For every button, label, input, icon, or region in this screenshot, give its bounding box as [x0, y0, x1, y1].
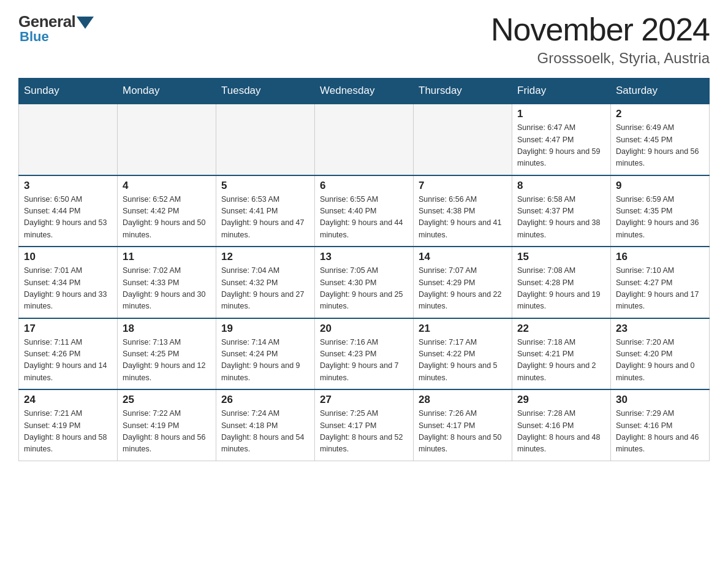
table-row: 16 Sunrise: 7:10 AMSunset: 4:27 PMDaylig… — [611, 247, 710, 318]
day-info: Sunrise: 7:18 AMSunset: 4:21 PMDaylight:… — [517, 338, 596, 382]
day-number: 24 — [24, 394, 112, 406]
logo: General Blue — [18, 12, 94, 45]
calendar-week-row: 1 Sunrise: 6:47 AMSunset: 4:47 PMDayligh… — [19, 104, 710, 175]
day-info: Sunrise: 7:01 AMSunset: 4:34 PMDaylight:… — [24, 266, 107, 310]
day-number: 25 — [123, 394, 211, 406]
calendar-week-row: 17 Sunrise: 7:11 AMSunset: 4:26 PMDaylig… — [19, 318, 710, 390]
day-info: Sunrise: 7:11 AMSunset: 4:26 PMDaylight:… — [24, 338, 107, 382]
day-number: 14 — [419, 251, 507, 263]
day-number: 18 — [123, 323, 211, 335]
day-info: Sunrise: 6:49 AMSunset: 4:45 PMDaylight:… — [616, 123, 699, 167]
table-row: 17 Sunrise: 7:11 AMSunset: 4:26 PMDaylig… — [19, 318, 118, 390]
day-info: Sunrise: 7:17 AMSunset: 4:22 PMDaylight:… — [419, 338, 498, 382]
day-number: 21 — [419, 323, 507, 335]
day-number: 12 — [221, 251, 309, 263]
table-row: 4 Sunrise: 6:52 AMSunset: 4:42 PMDayligh… — [118, 175, 216, 247]
calendar-week-row: 3 Sunrise: 6:50 AMSunset: 4:44 PMDayligh… — [19, 175, 710, 247]
day-info: Sunrise: 7:16 AMSunset: 4:23 PMDaylight:… — [320, 338, 399, 382]
header-tuesday: Tuesday — [216, 79, 315, 104]
table-row — [414, 104, 512, 175]
table-row — [216, 104, 315, 175]
page-title: November 2024 — [491, 12, 710, 47]
calendar-week-row: 24 Sunrise: 7:21 AMSunset: 4:19 PMDaylig… — [19, 389, 710, 461]
table-row: 18 Sunrise: 7:13 AMSunset: 4:25 PMDaylig… — [118, 318, 216, 390]
day-info: Sunrise: 6:47 AMSunset: 4:47 PMDaylight:… — [517, 123, 601, 167]
table-row: 27 Sunrise: 7:25 AMSunset: 4:17 PMDaylig… — [315, 389, 414, 461]
day-info: Sunrise: 7:10 AMSunset: 4:27 PMDaylight:… — [616, 266, 699, 310]
day-info: Sunrise: 7:25 AMSunset: 4:17 PMDaylight:… — [320, 409, 403, 453]
day-info: Sunrise: 7:02 AMSunset: 4:33 PMDaylight:… — [123, 266, 206, 310]
day-number: 3 — [24, 180, 112, 192]
day-number: 4 — [123, 180, 211, 192]
table-row — [118, 104, 216, 175]
day-info: Sunrise: 6:58 AMSunset: 4:37 PMDaylight:… — [517, 195, 601, 239]
table-row: 11 Sunrise: 7:02 AMSunset: 4:33 PMDaylig… — [118, 247, 216, 318]
table-row — [19, 104, 118, 175]
day-info: Sunrise: 6:50 AMSunset: 4:44 PMDaylight:… — [24, 195, 107, 239]
table-row: 28 Sunrise: 7:26 AMSunset: 4:17 PMDaylig… — [414, 389, 512, 461]
day-number: 11 — [123, 251, 211, 263]
table-row: 26 Sunrise: 7:24 AMSunset: 4:18 PMDaylig… — [216, 389, 315, 461]
logo-blue-text: Blue — [20, 29, 49, 45]
day-info: Sunrise: 7:22 AMSunset: 4:19 PMDaylight:… — [123, 409, 206, 453]
calendar-header-row: Sunday Monday Tuesday Wednesday Thursday… — [19, 79, 710, 104]
table-row: 23 Sunrise: 7:20 AMSunset: 4:20 PMDaylig… — [611, 318, 710, 390]
day-number: 10 — [24, 251, 112, 263]
day-info: Sunrise: 7:08 AMSunset: 4:28 PMDaylight:… — [517, 266, 601, 310]
table-row: 30 Sunrise: 7:29 AMSunset: 4:16 PMDaylig… — [611, 389, 710, 461]
header-saturday: Saturday — [611, 79, 710, 104]
table-row: 15 Sunrise: 7:08 AMSunset: 4:28 PMDaylig… — [512, 247, 611, 318]
day-number: 1 — [517, 108, 605, 120]
table-row: 19 Sunrise: 7:14 AMSunset: 4:24 PMDaylig… — [216, 318, 315, 390]
table-row: 13 Sunrise: 7:05 AMSunset: 4:30 PMDaylig… — [315, 247, 414, 318]
day-info: Sunrise: 7:07 AMSunset: 4:29 PMDaylight:… — [419, 266, 502, 310]
day-info: Sunrise: 6:59 AMSunset: 4:35 PMDaylight:… — [616, 195, 699, 239]
day-info: Sunrise: 7:05 AMSunset: 4:30 PMDaylight:… — [320, 266, 403, 310]
day-number: 16 — [616, 251, 704, 263]
day-number: 27 — [320, 394, 408, 406]
header-friday: Friday — [512, 79, 611, 104]
table-row: 21 Sunrise: 7:17 AMSunset: 4:22 PMDaylig… — [414, 318, 512, 390]
day-info: Sunrise: 6:52 AMSunset: 4:42 PMDaylight:… — [123, 195, 206, 239]
day-number: 15 — [517, 251, 605, 263]
calendar-week-row: 10 Sunrise: 7:01 AMSunset: 4:34 PMDaylig… — [19, 247, 710, 318]
day-number: 13 — [320, 251, 408, 263]
table-row: 8 Sunrise: 6:58 AMSunset: 4:37 PMDayligh… — [512, 175, 611, 247]
calendar: Sunday Monday Tuesday Wednesday Thursday… — [18, 78, 710, 461]
day-number: 23 — [616, 323, 704, 335]
day-info: Sunrise: 6:56 AMSunset: 4:38 PMDaylight:… — [419, 195, 502, 239]
day-info: Sunrise: 7:20 AMSunset: 4:20 PMDaylight:… — [616, 338, 695, 382]
header-sunday: Sunday — [19, 79, 118, 104]
day-number: 2 — [616, 108, 704, 120]
table-row: 12 Sunrise: 7:04 AMSunset: 4:32 PMDaylig… — [216, 247, 315, 318]
day-number: 17 — [24, 323, 112, 335]
day-info: Sunrise: 6:53 AMSunset: 4:41 PMDaylight:… — [221, 195, 305, 239]
table-row: 3 Sunrise: 6:50 AMSunset: 4:44 PMDayligh… — [19, 175, 118, 247]
day-number: 20 — [320, 323, 408, 335]
table-row: 25 Sunrise: 7:22 AMSunset: 4:19 PMDaylig… — [118, 389, 216, 461]
day-number: 5 — [221, 180, 309, 192]
header-thursday: Thursday — [414, 79, 512, 104]
table-row: 20 Sunrise: 7:16 AMSunset: 4:23 PMDaylig… — [315, 318, 414, 390]
table-row: 10 Sunrise: 7:01 AMSunset: 4:34 PMDaylig… — [19, 247, 118, 318]
day-number: 22 — [517, 323, 605, 335]
table-row: 1 Sunrise: 6:47 AMSunset: 4:47 PMDayligh… — [512, 104, 611, 175]
table-row: 29 Sunrise: 7:28 AMSunset: 4:16 PMDaylig… — [512, 389, 611, 461]
header-wednesday: Wednesday — [315, 79, 414, 104]
day-info: Sunrise: 7:28 AMSunset: 4:16 PMDaylight:… — [517, 409, 601, 453]
table-row: 24 Sunrise: 7:21 AMSunset: 4:19 PMDaylig… — [19, 389, 118, 461]
day-info: Sunrise: 6:55 AMSunset: 4:40 PMDaylight:… — [320, 195, 403, 239]
day-info: Sunrise: 7:14 AMSunset: 4:24 PMDaylight:… — [221, 338, 300, 382]
day-info: Sunrise: 7:21 AMSunset: 4:19 PMDaylight:… — [24, 409, 107, 453]
day-number: 29 — [517, 394, 605, 406]
header-monday: Monday — [118, 79, 216, 104]
table-row: 9 Sunrise: 6:59 AMSunset: 4:35 PMDayligh… — [611, 175, 710, 247]
day-info: Sunrise: 7:13 AMSunset: 4:25 PMDaylight:… — [123, 338, 206, 382]
day-number: 8 — [517, 180, 605, 192]
table-row — [315, 104, 414, 175]
table-row: 5 Sunrise: 6:53 AMSunset: 4:41 PMDayligh… — [216, 175, 315, 247]
logo-triangle-icon — [77, 17, 94, 29]
day-number: 28 — [419, 394, 507, 406]
title-block: November 2024 Grosssoelk, Styria, Austri… — [491, 12, 710, 67]
day-number: 9 — [616, 180, 704, 192]
